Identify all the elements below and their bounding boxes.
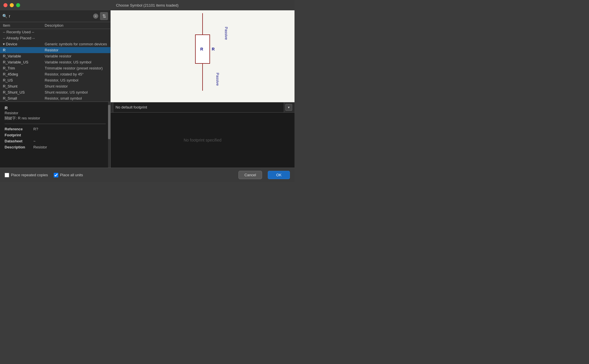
- svg-text:R: R: [200, 47, 203, 51]
- footprint-label: Footprint: [5, 133, 33, 137]
- symbol-list[interactable]: -- Recently Used ---- Already Placed --▾…: [0, 29, 110, 102]
- description-label: Description: [5, 145, 33, 149]
- list-row[interactable]: -- Recently Used --: [0, 29, 110, 35]
- search-filter-button[interactable]: ⇅: [100, 12, 108, 20]
- place-repeated-copies-label[interactable]: Place repeated copies: [5, 173, 48, 177]
- left-panel: 🔍 × ⇅ Item Description -- Recently Used …: [0, 10, 111, 168]
- list-row[interactable]: RResistor: [0, 47, 110, 53]
- row-item-desc: Resistor, small symbol: [45, 96, 107, 100]
- description-row: Description Resistor: [5, 145, 106, 149]
- list-row[interactable]: ▾ DeviceGeneric symbols for common devic…: [0, 41, 110, 47]
- row-item-desc: Trimmable resistor (preset resistor): [45, 66, 107, 70]
- footprint-row: Footprint: [5, 133, 106, 137]
- row-item-name: R_Variable: [3, 54, 45, 58]
- list-row[interactable]: R_ShuntShunt resistor: [0, 83, 110, 89]
- component-name: R: [5, 105, 106, 110]
- list-row[interactable]: R_Shunt_USShunt resistor, US symbol: [0, 89, 110, 95]
- scrollbar-thumb[interactable]: [108, 105, 110, 139]
- window-title: Choose Symbol (21101 items loaded): [116, 3, 179, 7]
- scrollbar[interactable]: [108, 102, 110, 168]
- row-item-desc: Shunt resistor, US symbol: [45, 90, 107, 94]
- symbol-preview: Passive R R Passive: [111, 10, 294, 102]
- properties-table: Reference R? Footprint Datasheet ~ Descr…: [5, 127, 106, 151]
- row-item-name: -- Already Placed --: [3, 36, 45, 40]
- place-repeated-copies-text: Place repeated copies: [11, 173, 48, 177]
- keywords-label: 關鍵字:: [5, 116, 17, 120]
- footprint-preview: No footprint specified: [111, 113, 294, 168]
- row-item-desc: Resistor, rotated by 45°: [45, 72, 107, 76]
- footprint-bar: No default footprint ▾: [111, 102, 294, 113]
- svg-text:Passive: Passive: [224, 27, 228, 40]
- list-row[interactable]: R_TrimTrimmable resistor (preset resisto…: [0, 65, 110, 71]
- row-item-desc: Shunt resistor: [45, 84, 107, 88]
- keywords-value: R res resistor: [18, 116, 40, 120]
- list-row[interactable]: R_VariableVariable resistor: [0, 53, 110, 59]
- place-all-units-checkbox[interactable]: [54, 173, 58, 177]
- reference-value: R?: [33, 127, 38, 131]
- datasheet-value: ~: [33, 139, 36, 143]
- maximize-button[interactable]: [16, 3, 20, 7]
- no-footprint-text: No footprint specified: [184, 138, 222, 142]
- list-row[interactable]: R_Variable_USVariable resistor, US symbo…: [0, 59, 110, 65]
- row-item-desc: Variable resistor: [45, 54, 107, 58]
- footprint-select[interactable]: No default footprint: [113, 102, 284, 113]
- list-row[interactable]: R_SmallResistor, small symbol: [0, 95, 110, 101]
- col-item-header: Item: [3, 23, 45, 28]
- resistor-symbol-svg: Passive R R Passive: [174, 10, 231, 102]
- description-value: Resistor: [33, 145, 47, 149]
- row-item-name: R_Shunt_US: [3, 90, 45, 94]
- place-all-units-text: Place all units: [60, 173, 83, 177]
- divider: [5, 124, 106, 124]
- list-row[interactable]: R_45degResistor, rotated by 45°: [0, 71, 110, 77]
- row-item-desc: Variable resistor, US symbol: [45, 60, 107, 64]
- footprint-dropdown-button[interactable]: ▾: [285, 104, 292, 111]
- title-bar: Choose Symbol (21101 items loaded): [0, 0, 294, 10]
- search-bar: 🔍 × ⇅: [0, 10, 110, 22]
- ok-button[interactable]: OK: [268, 171, 290, 179]
- row-item-name: R_Shunt: [3, 84, 45, 88]
- svg-text:Passive: Passive: [215, 73, 220, 86]
- place-repeated-copies-checkbox[interactable]: [5, 173, 9, 177]
- window-controls[interactable]: [3, 3, 20, 7]
- row-item-name: R_45deg: [3, 72, 45, 76]
- search-input[interactable]: [9, 14, 93, 18]
- row-item-name: R_Variable_US: [3, 60, 45, 64]
- row-item-name: R: [3, 48, 45, 52]
- component-type: Resistor: [5, 111, 106, 115]
- row-item-desc: Resistor, US symbol: [45, 78, 107, 82]
- place-all-units-label[interactable]: Place all units: [54, 173, 83, 177]
- main-content: 🔍 × ⇅ Item Description -- Recently Used …: [0, 10, 294, 168]
- bottom-info-panel: R Resistor 關鍵字: R res resistor Reference…: [0, 102, 110, 168]
- minimize-button[interactable]: [10, 3, 14, 7]
- right-panel: Passive R R Passive No default footprint…: [111, 10, 294, 168]
- row-item-name: -- Recently Used --: [3, 30, 45, 34]
- component-keywords: 關鍵字: R res resistor: [5, 116, 106, 121]
- list-row[interactable]: R_USResistor, US symbol: [0, 77, 110, 83]
- row-item-desc: Generic symbols for common devices: [45, 42, 107, 46]
- reference-label: Reference: [5, 127, 33, 131]
- row-item-desc: [45, 30, 107, 34]
- col-desc-header: Description: [45, 23, 107, 28]
- search-icon: 🔍: [2, 14, 7, 18]
- list-row[interactable]: -- Already Placed --: [0, 35, 110, 41]
- row-item-name: ▾ Device: [3, 42, 45, 46]
- close-button[interactable]: [3, 3, 7, 7]
- reference-row: Reference R?: [5, 127, 106, 131]
- search-clear-button[interactable]: ×: [93, 13, 98, 19]
- datasheet-label: Datasheet: [5, 139, 33, 143]
- row-item-name: R_US: [3, 78, 45, 82]
- row-item-name: R_Small: [3, 96, 45, 100]
- datasheet-row: Datasheet ~: [5, 139, 106, 143]
- table-header: Item Description: [0, 22, 110, 29]
- row-item-desc: Resistor: [45, 48, 107, 52]
- row-item-name: R_Trim: [3, 66, 45, 70]
- svg-text:R: R: [212, 47, 215, 51]
- bottom-bar: Place repeated copies Place all units Ca…: [0, 168, 294, 182]
- row-item-desc: [45, 36, 107, 40]
- cancel-button[interactable]: Cancel: [238, 171, 262, 179]
